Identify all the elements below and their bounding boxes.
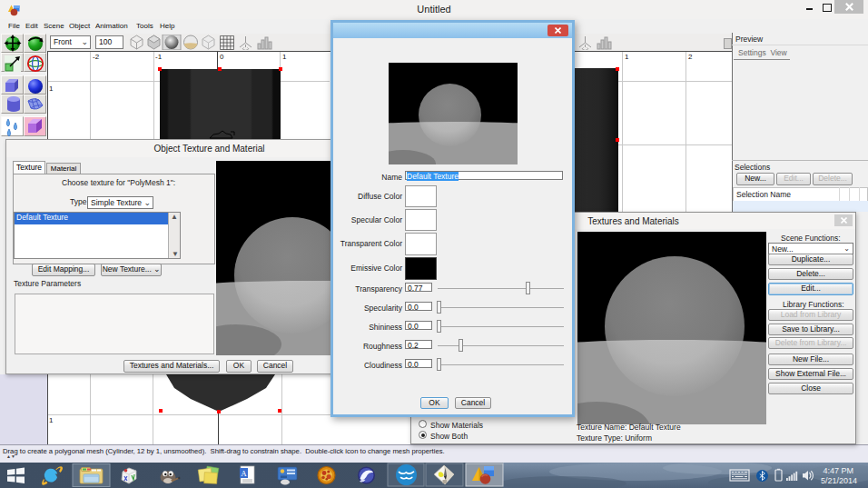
svg-text:A: A	[241, 469, 247, 478]
svg-text:4:47 PM: 4:47 PM	[823, 466, 853, 475]
svg-text:5/21/2014: 5/21/2014	[821, 476, 857, 485]
